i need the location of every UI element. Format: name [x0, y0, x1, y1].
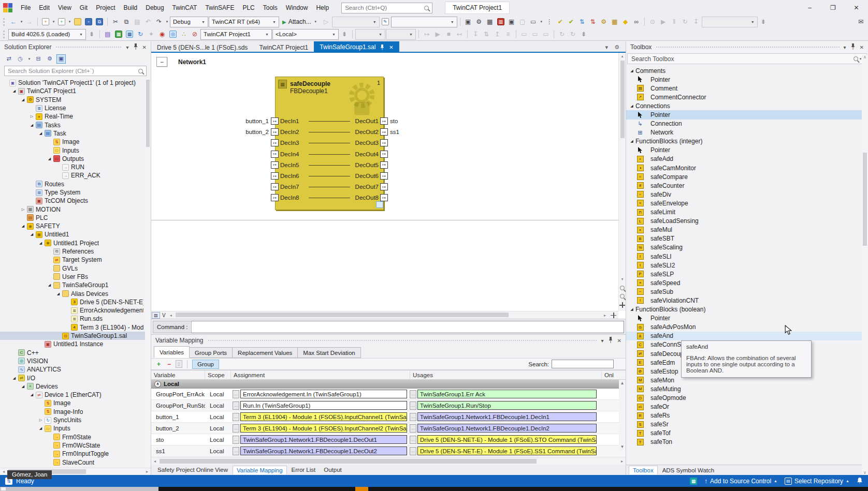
expander-open-icon[interactable]: ◢ [20, 224, 26, 228]
toolbox-item-functionblocks-integer-safescaling[interactable]: %safeScaling [626, 243, 868, 252]
menu-item-plc[interactable]: PLC [238, 2, 258, 13]
toolbox-item-functionblocks-integer-safecammonitor[interactable]: ◑safeCamMonitor [626, 163, 868, 172]
solution-platforms-combo[interactable]: TwinCAT RT (x64)▼ [209, 17, 279, 27]
vm-tab-max-start-deviation[interactable]: Max Start Deviation [298, 347, 360, 358]
overflow-down-icon[interactable]: ⇟ [86, 29, 97, 39]
expander-open-icon[interactable]: ◢ [55, 292, 62, 296]
tree-item-untitled1-instance[interactable]: ▣Untitled1 Instance [0, 340, 151, 348]
tree-item-frm0wcstate[interactable]: →Frm0WcState [0, 441, 151, 450]
vm-tab-variables[interactable]: Variables [154, 346, 190, 358]
usage-browse-button[interactable]: … [410, 424, 416, 433]
restart-config-mode-icon[interactable]: ⇅ [588, 17, 598, 27]
tree-item-user-fbs[interactable]: User FBs [0, 273, 151, 281]
plc-project-combo[interactable]: ▼ [355, 29, 385, 40]
tree-item-slavecount[interactable]: →SlaveCount [0, 458, 151, 466]
quick-search-input[interactable]: Search (Ctrl+Q) [341, 3, 432, 13]
edit-links-icon[interactable]: ✎ [380, 17, 390, 27]
gantt-chart-icon[interactable]: ▤ [103, 29, 113, 39]
expander-open-icon[interactable]: ◢ [46, 157, 53, 161]
menu-item-build[interactable]: Build [120, 2, 142, 13]
expander-open-icon[interactable]: ◢ [37, 426, 44, 430]
input-variable-label-button_2[interactable]: button_2 [244, 128, 270, 136]
output-connector-decout8[interactable]: ↦ [380, 194, 388, 201]
expander-open-icon[interactable]: ◢ [28, 393, 35, 397]
choose-target-system-icon[interactable]: ▣ [463, 17, 473, 27]
toolbox-item-comments-commentconnector[interactable]: ↗CommentConnector [626, 93, 868, 101]
preview-selected-items-icon[interactable]: ▣ [56, 54, 66, 64]
output-connector-decout2[interactable]: ↦ [380, 128, 388, 136]
table-row-button_1[interactable]: button_1Local…Term 3 (EL1904) - Module 1… [151, 411, 626, 423]
output-connector-decout1[interactable]: ↦ [380, 117, 388, 125]
tree-item-image[interactable]: ⇅Image [0, 138, 151, 146]
user-configuration-icon[interactable]: ▣ [507, 17, 517, 27]
navigate-backward-icon[interactable]: ← [8, 17, 19, 27]
tree-item-license[interactable]: ≣License [0, 104, 151, 112]
restore-button[interactable]: ❐ [821, 0, 845, 16]
variable-view-button[interactable]: V [161, 313, 167, 318]
overflow-down-icon[interactable]: ⇟ [758, 17, 769, 27]
table-hscrollbar[interactable]: ◂ ▸ [151, 457, 626, 465]
close-tab-icon[interactable]: ✕ [389, 44, 393, 50]
vm-tab-replacement-values[interactable]: Replacement Values [233, 347, 298, 358]
group-header-row[interactable]: ∧ Local [151, 380, 626, 389]
tree-item-c[interactable]: CC++ [0, 349, 151, 357]
expander-open-icon[interactable]: ◢ [11, 376, 18, 380]
new-project-icon[interactable]: + [40, 17, 51, 27]
add-item-caret[interactable]: ▾ [67, 20, 72, 24]
input-connector-decin4[interactable]: ↦ [271, 151, 279, 158]
menu-item-window[interactable]: Window [282, 2, 312, 13]
pin-tab-icon[interactable] [380, 44, 384, 50]
toolbox-search-input[interactable]: Search Toolbox ▾ [627, 53, 867, 64]
switch-views-icon[interactable]: ⇄ [4, 54, 13, 64]
output-connector-decout4[interactable]: ↦ [380, 151, 388, 158]
bottom-tab-safety-project-online-view[interactable]: Safety Project Online View [154, 466, 232, 474]
collapse-group-icon[interactable]: ∧ [154, 381, 161, 388]
toolbox-item-functionblocks-boolean-safesr[interactable]: SsafeSr [626, 420, 868, 429]
solution-explorer-vscrollbar[interactable] [145, 78, 151, 468]
menu-item-twinsafe[interactable]: TwinSAFE [201, 2, 238, 13]
command-input[interactable] [192, 321, 624, 333]
target-online-icon[interactable]: ◎ [168, 29, 178, 39]
menu-item-twincat[interactable]: TwinCAT [168, 2, 201, 13]
toolbox-item-functionblocks-boolean-safetof[interactable]: TsafeTof [626, 429, 868, 438]
toolbar-overflow-icon[interactable]: ⋮ [544, 17, 555, 27]
cell-usage[interactable]: TwinSafeGroup1.Network1.FBDecouple1.DecI… [417, 424, 597, 433]
check-all-objects-icon[interactable]: ✔ [555, 17, 566, 27]
menu-item-debug[interactable]: Debug [141, 2, 168, 13]
assignment-browse-button[interactable]: … [233, 401, 239, 410]
menu-item-git[interactable]: Git [76, 2, 92, 13]
toolbox-item-functionblocks-integer-safemul[interactable]: ×safeMul [626, 226, 868, 234]
tree-item-type-system[interactable]: ⊞Type System [0, 188, 151, 197]
expander-open-icon[interactable]: ◢ [628, 69, 635, 73]
output-connector-decout6[interactable]: ↦ [380, 172, 388, 180]
toolbox-item-functionblocks-boolean-safeor[interactable]: ≥1safeOr [626, 403, 868, 411]
verify-safety-project-icon[interactable]: ✔ [566, 17, 576, 27]
find-combo[interactable]: ▼ [391, 17, 457, 27]
new-project-caret[interactable]: ▾ [51, 20, 56, 24]
attach-button[interactable]: ▶Attach...▾ [280, 17, 321, 27]
expander-open-icon[interactable]: ◢ [28, 123, 35, 127]
toolbox-item-functionblocks-boolean-safers[interactable]: RsafeRs [626, 411, 868, 420]
bottom-tab-toolbox[interactable]: Toolbox [629, 466, 658, 474]
tree-item-system[interactable]: ◢⚙SYSTEM [0, 96, 151, 104]
tree-item-image-info[interactable]: ⇅Image-Info [0, 408, 151, 416]
toolbox-item-functionblocks-integer-safeloadsensing[interactable]: LsafeLoadSensing [626, 217, 868, 226]
show-sub-items-icon[interactable]: ▦ [124, 29, 135, 39]
usage-browse-button[interactable]: … [410, 436, 416, 444]
tree-item-vision[interactable]: ◎VISION [0, 357, 151, 365]
toolbox-group-comments[interactable]: ◢Comments [626, 66, 868, 75]
table-row-groupport_errack[interactable]: GroupPort_ErrAckLocal…ErrorAcknowledgeme… [151, 389, 626, 400]
scan-devices-icon[interactable]: ▦ [610, 17, 620, 27]
free-run-icon[interactable]: ∴ [179, 29, 189, 39]
zoom-out-icon[interactable] [620, 294, 625, 299]
editor-options-gear-icon[interactable]: ⚙ [614, 44, 619, 51]
expander-open-icon[interactable]: ◢ [20, 98, 26, 102]
save-all-icon[interactable]: ⧉ [94, 17, 105, 27]
bottom-tab-ads-symbol-watch[interactable]: ADS Symbol Watch [659, 466, 718, 474]
process-combo[interactable]: ▼ [702, 17, 758, 27]
toolbox-item-functionblocks-integer-safeenvelope[interactable]: ≈safeEnvelope [626, 199, 868, 207]
group-button[interactable]: Group [192, 360, 219, 369]
menu-item-tools[interactable]: Tools [259, 2, 282, 13]
fit-view-icon[interactable] [611, 313, 616, 318]
restart-twincat-icon[interactable]: ⇅ [577, 17, 587, 27]
